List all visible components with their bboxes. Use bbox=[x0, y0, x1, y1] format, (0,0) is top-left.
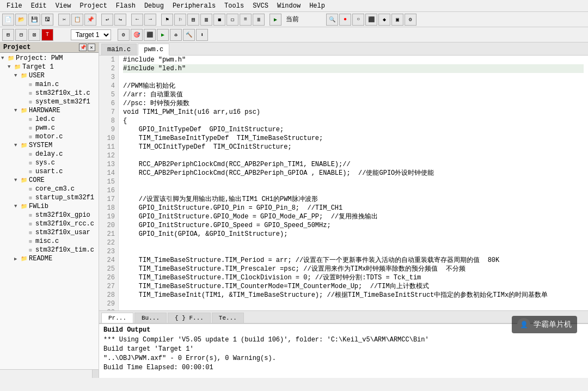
tb2-b1[interactable]: ⊞ bbox=[2, 29, 14, 41]
tb-b3[interactable]: ▤ bbox=[187, 14, 199, 26]
panel-pin-btn[interactable]: 📌 bbox=[79, 44, 87, 51]
tree-stm32f10x-it-c[interactable]: ⊞ stm32f10x_it.c bbox=[0, 89, 99, 97]
tb-b7[interactable]: ≡ bbox=[240, 14, 252, 26]
target-selector[interactable]: Target 1 bbox=[71, 29, 111, 40]
menu-tools[interactable]: Tools bbox=[220, 1, 248, 11]
tb-b4[interactable]: ▥ bbox=[200, 14, 212, 26]
line-number: 4 bbox=[102, 82, 115, 90]
code-line bbox=[123, 239, 584, 247]
tree-delay-c[interactable]: ⊞ delay.c bbox=[0, 150, 99, 158]
code-line: GPIO_InitTypeDef GPIO_InitStructure; bbox=[123, 125, 584, 134]
tb2-build4[interactable]: 🔨 bbox=[183, 29, 195, 41]
tree-misc[interactable]: ⊞ misc.c bbox=[0, 237, 99, 246]
menu-help[interactable]: Help bbox=[305, 1, 329, 11]
tb-nav-fwd[interactable]: → bbox=[144, 14, 156, 26]
tb2-build2[interactable]: ▶ bbox=[157, 29, 169, 41]
tb-c4[interactable]: ◆ bbox=[378, 14, 390, 26]
tb-redo[interactable]: ↪ bbox=[114, 14, 126, 26]
line-number: 12 bbox=[102, 151, 115, 160]
tb-c5[interactable]: ▣ bbox=[391, 14, 403, 26]
code-line: GPIO_InitStructure.GPIO_Speed = GPIO_Spe… bbox=[123, 221, 584, 230]
code-line bbox=[123, 186, 584, 195]
tb2-cfg[interactable]: ⚙ bbox=[118, 29, 130, 41]
tb-cut[interactable]: ✂ bbox=[58, 14, 70, 26]
tab-pwm-c[interactable]: pwm.c bbox=[138, 44, 169, 56]
menubar: File Edit View Project Flash Debug Perip… bbox=[0, 0, 588, 12]
tree-sys-c[interactable]: ⊞ sys.c bbox=[0, 158, 99, 167]
tb2-download[interactable]: ⬇ bbox=[196, 29, 208, 41]
menu-window[interactable]: Window bbox=[273, 1, 305, 11]
tree-usart-c[interactable]: ⊞ usart.c bbox=[0, 167, 99, 176]
tree-project-root[interactable]: ▼ 📁 Project: PWM bbox=[0, 54, 99, 63]
tb-b5[interactable]: ◼ bbox=[213, 14, 225, 26]
tree-main-c[interactable]: ⊞ main.c bbox=[0, 80, 99, 89]
tree-label: pwm.c bbox=[35, 124, 55, 132]
expand-icon: ▼ bbox=[14, 108, 20, 113]
tree-hardware-folder[interactable]: ▼ 📁 HARDWARE bbox=[0, 106, 99, 115]
menu-edit[interactable]: Edit bbox=[27, 1, 51, 11]
menu-view[interactable]: View bbox=[51, 1, 76, 11]
tree-motor-c[interactable]: ⊞ motor.c bbox=[0, 132, 99, 141]
tb2-b2[interactable]: ⊟ bbox=[15, 29, 27, 41]
code-line: { bbox=[123, 117, 584, 125]
tree-usar[interactable]: ⊞ stm32f10x_usar bbox=[0, 228, 99, 237]
tb-paste[interactable]: 📌 bbox=[84, 14, 96, 26]
bottom-tab-templates[interactable]: Te... bbox=[212, 313, 244, 323]
tb2-b4[interactable]: T bbox=[41, 29, 53, 41]
line-number: 24 bbox=[102, 256, 115, 265]
code-content[interactable]: #include "pwm.h"#include "led.h"//PWM输出初… bbox=[119, 56, 588, 310]
tb-c1[interactable]: ● bbox=[339, 14, 351, 26]
tb-save2[interactable]: 🖫 bbox=[41, 14, 53, 26]
tb2-b3[interactable]: ⊠ bbox=[28, 29, 40, 41]
tree-gpio[interactable]: ⊞ stm32f10x_gpio bbox=[0, 211, 99, 219]
tb-open[interactable]: 📂 bbox=[15, 14, 27, 26]
tb-b8[interactable]: ≣ bbox=[253, 14, 265, 26]
tb-c3[interactable]: ⬛ bbox=[365, 14, 377, 26]
tb-c2[interactable]: ○ bbox=[352, 14, 364, 26]
expand-icon: ▼ bbox=[14, 73, 20, 78]
plus-icon: ⊞ bbox=[27, 211, 34, 219]
menu-debug[interactable]: Debug bbox=[140, 1, 168, 11]
line-number: 7 bbox=[102, 108, 115, 117]
tb-run[interactable]: ▶ bbox=[270, 14, 281, 26]
tree-led-c[interactable]: ⊞ led.c bbox=[0, 115, 99, 124]
tree-target1[interactable]: ▼ 📁 Target 1 bbox=[0, 63, 99, 71]
tree-label: led.c bbox=[35, 115, 55, 123]
tb-b6[interactable]: ◻ bbox=[226, 14, 238, 26]
bottom-tab-build[interactable]: Bu... bbox=[134, 313, 167, 323]
bottom-tab-functions[interactable]: { } F... bbox=[168, 313, 211, 323]
tb2-build3[interactable]: ♻ bbox=[170, 29, 182, 41]
tb-nav-back[interactable]: ← bbox=[131, 14, 143, 26]
tb2-build1[interactable]: ⬛ bbox=[144, 29, 156, 41]
tb2-target-props[interactable]: 🎯 bbox=[131, 29, 143, 41]
tree-readme-folder[interactable]: ▶ 📁 README bbox=[0, 254, 99, 263]
tree-tim[interactable]: ⊞ stm32f10x_tim.c bbox=[0, 246, 99, 254]
tb-save[interactable]: 💾 bbox=[28, 14, 40, 26]
tab-main-c[interactable]: main.c bbox=[101, 44, 137, 55]
tb-undo[interactable]: ↩ bbox=[101, 14, 113, 26]
tree-core-cm3[interactable]: ⊞ core_cm3.c bbox=[0, 185, 99, 193]
tree-label: stm32f10x_it.c bbox=[35, 89, 90, 97]
tree-label: CORE bbox=[29, 176, 45, 184]
menu-project[interactable]: Project bbox=[75, 1, 111, 11]
panel-close-btn[interactable]: ✕ bbox=[88, 44, 95, 51]
tree-fwlib-folder[interactable]: ▼ 📁 FWLib bbox=[0, 202, 99, 211]
tree-user-folder[interactable]: ▼ 📁 USER bbox=[0, 71, 99, 80]
tb-copy[interactable]: 📋 bbox=[71, 14, 83, 26]
tree-system-stm32f1[interactable]: ⊞ system_stm32f1 bbox=[0, 97, 99, 106]
tree-core-folder[interactable]: ▼ 📁 CORE bbox=[0, 176, 99, 185]
menu-file[interactable]: File bbox=[2, 1, 27, 11]
tb-search[interactable]: 🔍 bbox=[326, 14, 338, 26]
tree-startup[interactable]: ⊞ startup_stm32f1 bbox=[0, 193, 99, 202]
tb-new[interactable]: 📄 bbox=[2, 14, 14, 26]
tree-system-folder[interactable]: ▼ 📁 SYSTEM bbox=[0, 141, 99, 150]
menu-peripherals[interactable]: Peripherals bbox=[168, 1, 220, 11]
tb-c6[interactable]: ⚙ bbox=[405, 14, 416, 26]
bottom-tab-project[interactable]: Pr... bbox=[101, 313, 133, 323]
tree-pwm-c[interactable]: ⊞ pwm.c bbox=[0, 124, 99, 132]
tree-rcc[interactable]: ⊞ stm32f10x_rcc.c bbox=[0, 219, 99, 228]
menu-svcs[interactable]: SVCS bbox=[248, 1, 273, 11]
tb-b2[interactable]: ⚐ bbox=[174, 14, 186, 26]
tb-b1[interactable]: ⚑ bbox=[161, 14, 173, 26]
menu-flash[interactable]: Flash bbox=[112, 1, 140, 11]
